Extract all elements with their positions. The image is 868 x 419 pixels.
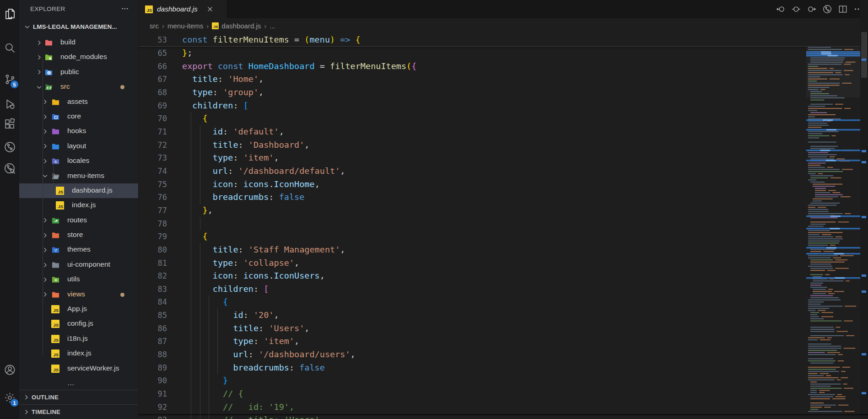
line-number[interactable]: 88 xyxy=(139,348,167,361)
line-number[interactable]: 70 xyxy=(139,112,167,125)
code-line-68[interactable]: 68 type: 'group', xyxy=(139,86,860,99)
line-number[interactable]: 91 xyxy=(139,387,167,401)
line-number[interactable]: 92 xyxy=(139,401,167,414)
tree-item-serviceworker-js[interactable]: JSserviceWorker.js xyxy=(19,361,138,376)
code-line-83[interactable]: 83 children: [ xyxy=(139,283,860,296)
code-line-70[interactable]: 70 { xyxy=(139,112,860,125)
tree-item-assets[interactable]: assets xyxy=(19,95,138,109)
line-number[interactable]: 73 xyxy=(139,151,167,165)
timeline-section-header[interactable]: TIMELINE xyxy=(19,404,138,419)
code-line-78[interactable]: 78 xyxy=(139,217,860,231)
more-actions-icon[interactable] xyxy=(120,4,130,14)
source-control-icon[interactable]: 5 xyxy=(0,70,19,88)
tree-item--[interactable]: … xyxy=(19,376,138,390)
tree-item-layout[interactable]: layout xyxy=(19,139,138,154)
line-number[interactable]: 80 xyxy=(139,243,167,257)
line-number[interactable]: 65 xyxy=(139,47,167,60)
extensions-icon[interactable] xyxy=(0,115,19,133)
code-line-88[interactable]: 88 url: '/dashboard/users', xyxy=(139,348,860,361)
tree-item-utils[interactable]: utils xyxy=(19,272,138,287)
code-line-74[interactable]: 74 url: '/dashboard/default', xyxy=(139,165,860,178)
line-number[interactable]: 67 xyxy=(139,73,167,86)
line-number[interactable]: 71 xyxy=(139,125,167,139)
tree-item-public[interactable]: public xyxy=(19,65,138,80)
code-line-72[interactable]: 72 title: 'Dashboard', xyxy=(139,139,860,152)
code-line-76[interactable]: 76 breadcrumbs: false xyxy=(139,191,860,204)
line-number[interactable]: 82 xyxy=(139,269,167,283)
tree-item-index-js[interactable]: JSindex.js xyxy=(19,198,138,213)
code-line-66[interactable]: 66export const HomeDashboard = filterMen… xyxy=(139,60,860,73)
breadcrumb-item[interactable]: JSdashboard.js xyxy=(212,22,261,30)
code-line-91[interactable]: 91 // { xyxy=(139,387,860,401)
tree-item-config-js[interactable]: JSconfig.js xyxy=(19,317,138,331)
sticky-line-53[interactable]: 53const filterMenuItems = (menu) => { xyxy=(139,33,860,47)
line-number[interactable]: 83 xyxy=(139,283,167,296)
search-icon[interactable] xyxy=(0,38,19,57)
explorer-icon[interactable] xyxy=(0,5,19,23)
close-icon[interactable] xyxy=(205,4,215,14)
line-number[interactable]: 53 xyxy=(139,33,167,47)
tree-item-views[interactable]: views xyxy=(19,287,138,302)
tree-item-locales[interactable]: Alocales xyxy=(19,154,138,168)
tree-item-themes[interactable]: themes xyxy=(19,242,138,257)
tab-dashboard-js[interactable]: JS dashboard.js xyxy=(139,0,226,18)
settings-icon[interactable]: 1 xyxy=(0,388,19,407)
line-number[interactable]: 87 xyxy=(139,335,167,348)
line-number[interactable]: 77 xyxy=(139,204,167,217)
line-number[interactable]: 86 xyxy=(139,322,167,335)
line-number[interactable]: 79 xyxy=(139,230,167,243)
code-line-69[interactable]: 69 children: [ xyxy=(139,99,860,113)
line-number[interactable]: 68 xyxy=(139,86,167,99)
tree-item-index-js[interactable]: JSindex.js xyxy=(19,346,138,361)
code-line-85[interactable]: 85 id: '20', xyxy=(139,309,860,322)
tree-item-routes[interactable]: routes xyxy=(19,213,138,228)
tree-item-hooks[interactable]: hooks xyxy=(19,124,138,139)
code-line-90[interactable]: 90 } xyxy=(139,374,860,387)
outline-section-header[interactable]: OUTLINE xyxy=(19,390,138,404)
code-line-81[interactable]: 81 type: 'collapse', xyxy=(139,257,860,270)
tree-item-src[interactable]: src xyxy=(19,80,138,94)
breadcrumb-item[interactable]: src xyxy=(150,22,159,30)
sticky-scroll-line[interactable]: 53const filterMenuItems = (menu) => { xyxy=(139,33,860,47)
tree-item-build[interactable]: build xyxy=(19,35,138,50)
code-line-86[interactable]: 86 title: 'Users', xyxy=(139,322,860,335)
scrollbar-thumb[interactable] xyxy=(861,32,867,78)
run-debug-icon[interactable] xyxy=(0,95,19,113)
tree-item-i18n-js[interactable]: JSi18n.js xyxy=(19,332,138,346)
code-line-67[interactable]: 67 title: 'Home', xyxy=(139,73,860,86)
line-number[interactable]: 74 xyxy=(139,165,167,178)
code-line-92[interactable]: 92 // id: '19', xyxy=(139,401,860,414)
line-number[interactable]: 78 xyxy=(139,217,167,231)
line-number[interactable]: 69 xyxy=(139,99,167,113)
tree-item-node-modules[interactable]: node_modules xyxy=(19,50,138,64)
gitlens-icon[interactable] xyxy=(0,138,19,156)
code-line-82[interactable]: 82 icon: icons.IconUsers, xyxy=(139,269,860,283)
accounts-icon[interactable] xyxy=(0,360,19,379)
line-number[interactable]: 76 xyxy=(139,191,167,204)
tree-item-app-js[interactable]: JSApp.js xyxy=(19,302,138,317)
code-line-84[interactable]: 84 { xyxy=(139,295,860,309)
tree-item-store[interactable]: store xyxy=(19,228,138,242)
project-root-header[interactable]: LMS-LEGAL MANAGEMEN... xyxy=(19,18,138,35)
tree-item-dashboard-js[interactable]: JSdashboard.js xyxy=(19,183,138,198)
code-line-79[interactable]: 79 { xyxy=(139,230,860,243)
line-number[interactable]: 66 xyxy=(139,60,167,73)
tree-item-ui-component[interactable]: ui-component xyxy=(19,258,138,272)
line-number[interactable]: 89 xyxy=(139,361,167,375)
nav-target-icon[interactable] xyxy=(790,3,802,15)
code-line-73[interactable]: 73 type: 'item', xyxy=(139,151,860,165)
tree-item-menu-items[interactable]: menu-items xyxy=(19,169,138,183)
line-number[interactable]: 84 xyxy=(139,295,167,309)
line-number[interactable]: 85 xyxy=(139,309,167,322)
line-number[interactable]: 75 xyxy=(139,178,167,191)
code-line-80[interactable]: 80 title: 'Staff Management', xyxy=(139,243,860,257)
code-line-77[interactable]: 77 }, xyxy=(139,204,860,217)
minimap[interactable] xyxy=(806,0,860,419)
gitlens-search-icon[interactable] xyxy=(0,159,19,177)
line-number[interactable]: 81 xyxy=(139,257,167,270)
tree-item-core[interactable]: core xyxy=(19,109,138,124)
code-line-75[interactable]: 75 icon: icons.IconHome, xyxy=(139,178,860,191)
scrollbar[interactable] xyxy=(860,0,868,419)
code-line-65[interactable]: 65}; xyxy=(139,47,860,60)
breadcrumb-item[interactable]: ... xyxy=(270,22,275,30)
